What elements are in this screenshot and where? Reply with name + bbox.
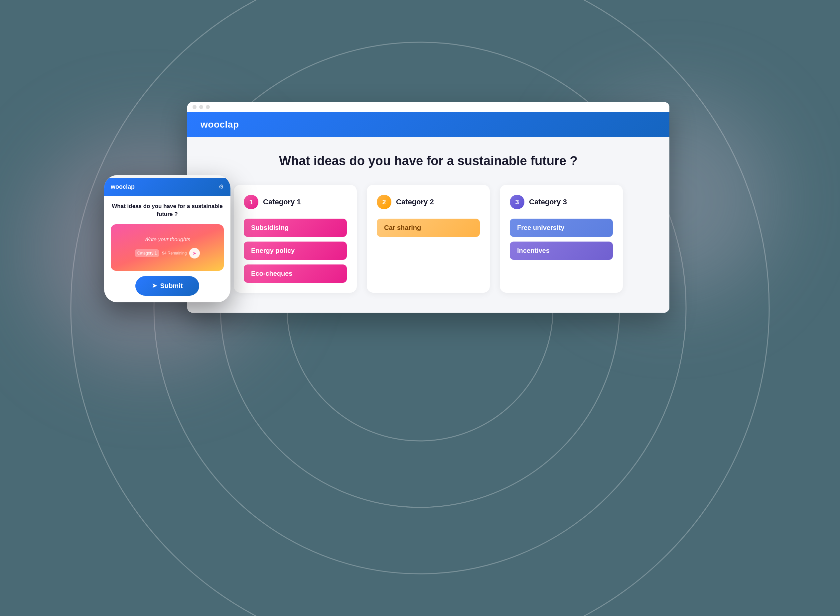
desktop-header: wooclap (187, 112, 669, 137)
phone-body: What ideas do you have for a sustainable… (104, 196, 231, 302)
answer-tags-2: Car sharing (377, 219, 480, 237)
browser-content: wooclap What ideas do you have for a sus… (187, 112, 669, 312)
phone-question: What ideas do you have for a sustainable… (111, 202, 224, 218)
answer-tag[interactable]: Energy policy (244, 242, 347, 260)
category-select[interactable]: Category 1 (135, 249, 160, 257)
browser-dot-3 (206, 105, 210, 109)
desktop-logo: wooclap (200, 119, 239, 130)
char-count: 94 Remaining (162, 251, 187, 255)
submit-icon: ➤ (152, 282, 157, 289)
desktop-question: What ideas do you have for a sustainable… (207, 154, 649, 168)
category-header-3: 3Category 3 (510, 195, 613, 209)
category-header-2: 2Category 2 (377, 195, 480, 209)
category-card-1: 1Category 1SubsidisingEnergy policyEco-c… (234, 185, 357, 293)
browser-window: wooclap What ideas do you have for a sus… (187, 102, 669, 312)
answer-tag[interactable]: Incentives (510, 242, 613, 260)
phone-header: wooclap ⚙ (104, 178, 231, 196)
category-title-3: Category 3 (529, 198, 567, 206)
answer-tag[interactable]: Eco-cheques (244, 264, 347, 283)
category-title-1: Category 1 (263, 198, 301, 206)
phone-bottom-bar: Category 1 94 Remaining ➤ (135, 248, 200, 258)
category-badge-1: 1 (244, 195, 258, 209)
category-card-3: 3Category 3Free universityIncentives (500, 185, 623, 293)
phone-notch (104, 175, 231, 178)
category-badge-3: 3 (510, 195, 524, 209)
gear-icon[interactable]: ⚙ (218, 183, 224, 191)
answer-tags-3: Free universityIncentives (510, 219, 613, 260)
submit-button[interactable]: ➤ Submit (135, 276, 200, 296)
answer-tag[interactable]: Free university (510, 219, 613, 237)
desktop-main: What ideas do you have for a sustainable… (187, 137, 669, 312)
browser-dot-2 (199, 105, 203, 109)
phone-input-area[interactable]: Write your thoughts Category 1 94 Remain… (111, 224, 224, 271)
phone-mockup: wooclap ⚙ What ideas do you have for a s… (104, 175, 231, 302)
category-badge-2: 2 (377, 195, 391, 209)
answer-tag[interactable]: Car sharing (377, 219, 480, 237)
phone-placeholder: Write your thoughts (144, 236, 191, 242)
category-card-2: 2Category 2Car sharing (367, 185, 490, 293)
categories-row: 1Category 1SubsidisingEnergy policyEco-c… (207, 185, 649, 293)
submit-label: Submit (160, 282, 183, 290)
phone-logo: wooclap (111, 183, 135, 191)
scene: wooclap What ideas do you have for a sus… (104, 75, 736, 541)
category-title-2: Category 2 (396, 198, 434, 206)
browser-dot-1 (193, 105, 197, 109)
answer-tag[interactable]: Subsidising (244, 219, 347, 237)
send-button[interactable]: ➤ (189, 248, 200, 258)
category-header-1: 1Category 1 (244, 195, 347, 209)
browser-bar (187, 102, 669, 112)
answer-tags-1: SubsidisingEnergy policyEco-cheques (244, 219, 347, 283)
